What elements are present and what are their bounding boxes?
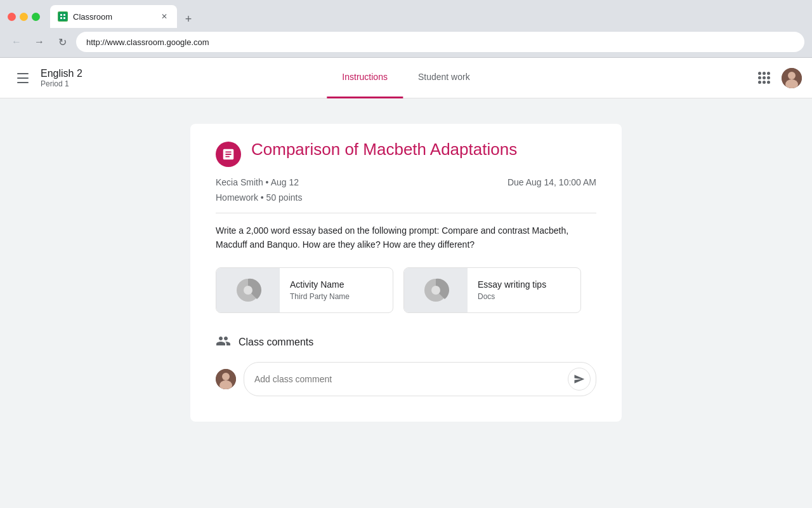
avatar[interactable] xyxy=(782,68,802,88)
attachment-thumb-2 xyxy=(404,268,468,312)
attachment-thumb-1 xyxy=(216,268,280,312)
comment-avatar-image xyxy=(216,369,236,389)
comments-header: Class comments xyxy=(216,333,596,352)
svg-rect-0 xyxy=(58,12,67,21)
menu-bar-3 xyxy=(17,82,29,83)
attachment-type-1: Third Party Name xyxy=(290,292,383,301)
svg-rect-2 xyxy=(63,14,65,16)
send-comment-button[interactable] xyxy=(568,368,591,391)
browser-addressbar: ← → ↻ xyxy=(0,28,812,57)
tab-favicon xyxy=(58,11,68,22)
divider xyxy=(216,213,596,213)
header-tabs: Instructions Student work xyxy=(327,58,485,98)
class-period: Period 1 xyxy=(41,79,117,88)
svg-point-11 xyxy=(431,286,440,295)
app-container: English 2 Period 1 Instructions Student … xyxy=(0,58,812,508)
browser-tab[interactable]: Classroom ✕ xyxy=(50,5,177,28)
main-content: Comparison of Macbeth Adaptations Kecia … xyxy=(0,98,812,508)
svg-rect-4 xyxy=(63,17,65,19)
svg-rect-3 xyxy=(60,17,62,19)
avatar-image xyxy=(782,68,802,88)
browser-chrome: Classroom ✕ + ← → ↻ xyxy=(0,0,812,58)
attachment-name-2: Essay writing tips xyxy=(478,279,570,290)
menu-button[interactable] xyxy=(10,65,36,91)
assignment-points: Homework • 50 points xyxy=(216,192,596,203)
assignment-meta: Kecia Smith • Aug 12 Due Aug 14, 10:00 A… xyxy=(216,177,596,187)
attachment-info-2: Essay writing tips Docs xyxy=(468,272,580,309)
header-right xyxy=(751,65,802,91)
tab-close-button[interactable]: ✕ xyxy=(159,11,169,22)
forward-button[interactable]: → xyxy=(30,33,48,51)
attachments: Activity Name Third Party Name Ess xyxy=(216,267,596,313)
new-tab-button[interactable]: + xyxy=(180,10,197,28)
tab-bar: Classroom ✕ + xyxy=(50,5,197,28)
attachment-card-2[interactable]: Essay writing tips Docs xyxy=(403,267,581,313)
window-close-button[interactable] xyxy=(8,13,16,21)
comment-user-avatar xyxy=(216,369,236,389)
comment-input-row xyxy=(216,362,596,396)
comments-people-icon xyxy=(216,333,231,352)
class-info: English 2 Period 1 xyxy=(41,68,117,88)
window-controls xyxy=(8,13,40,21)
attachment-type-2: Docs xyxy=(478,292,570,301)
class-name: English 2 xyxy=(41,68,117,79)
attachment-info-1: Activity Name Third Party Name xyxy=(280,272,393,309)
google-apps-button[interactable] xyxy=(751,65,776,91)
assignment-header: Comparison of Macbeth Adaptations xyxy=(216,124,596,177)
menu-bar-1 xyxy=(17,73,29,74)
comments-title: Class comments xyxy=(239,337,313,348)
assignment-title: Comparison of Macbeth Adaptations xyxy=(251,139,517,161)
svg-point-9 xyxy=(244,286,252,295)
assignment-author-date: Kecia Smith • Aug 12 xyxy=(216,177,299,187)
tab-student-work[interactable]: Student work xyxy=(403,58,485,98)
svg-point-6 xyxy=(788,72,796,79)
grid-dots-icon xyxy=(758,72,770,84)
browser-titlebar: Classroom ✕ + xyxy=(0,0,812,28)
tab-instructions[interactable]: Instructions xyxy=(327,58,403,98)
reload-button[interactable]: ↻ xyxy=(53,33,71,51)
content-card: Comparison of Macbeth Adaptations Kecia … xyxy=(190,124,622,422)
menu-bar-2 xyxy=(17,77,29,79)
comments-section: Class comments xyxy=(216,333,596,396)
tab-title: Classroom xyxy=(73,12,154,22)
assignment-icon xyxy=(216,142,241,167)
back-button[interactable]: ← xyxy=(8,33,25,51)
comment-input[interactable] xyxy=(254,374,563,384)
assignment-due: Due Aug 14, 10:00 AM xyxy=(508,177,596,187)
comment-input-wrapper xyxy=(244,362,596,396)
address-bar[interactable] xyxy=(76,32,804,52)
assignment-description: Write a 2,000 word essay based on the fo… xyxy=(216,224,596,252)
window-minimize-button[interactable] xyxy=(20,13,28,21)
app-header: English 2 Period 1 Instructions Student … xyxy=(0,58,812,98)
attachment-card-1[interactable]: Activity Name Third Party Name xyxy=(216,267,393,313)
svg-rect-1 xyxy=(60,14,62,16)
attachment-name-1: Activity Name xyxy=(290,279,383,290)
window-maximize-button[interactable] xyxy=(32,13,40,21)
svg-point-13 xyxy=(222,373,230,380)
